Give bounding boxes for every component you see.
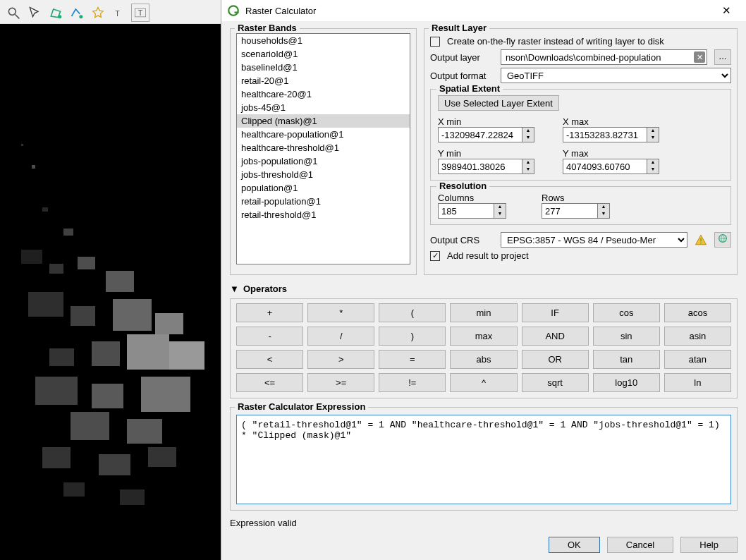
- output-format-select[interactable]: GeoTIFF: [501, 68, 731, 83]
- band-item[interactable]: jobs-threshold@1: [237, 168, 410, 181]
- operator-button[interactable]: tan: [593, 350, 660, 369]
- select-crs-button[interactable]: [714, 232, 731, 248]
- onfly-checkbox[interactable]: [430, 37, 440, 47]
- operator-button[interactable]: acos: [664, 303, 731, 322]
- operator-button[interactable]: sqrt: [522, 373, 589, 392]
- close-button[interactable]: ✕: [712, 4, 740, 17]
- spin-up-icon[interactable]: ▲: [647, 128, 659, 135]
- spin-down-icon[interactable]: ▼: [647, 166, 659, 174]
- spin-up-icon[interactable]: ▲: [598, 204, 609, 211]
- use-selected-extent-button[interactable]: Use Selected Layer Extent: [438, 95, 559, 111]
- svg-rect-9: [21, 144, 23, 146]
- ymax-input[interactable]: [563, 159, 647, 174]
- spatial-extent-legend: Spatial Extent: [436, 83, 503, 94]
- raster-bands-list[interactable]: households@1scenarioId@1baselineId@1reta…: [236, 33, 410, 264]
- operator-button[interactable]: *: [307, 303, 374, 322]
- xmin-input[interactable]: [438, 127, 522, 142]
- spin-down-icon[interactable]: ▼: [494, 211, 506, 218]
- band-item[interactable]: healthcare-population@1: [237, 128, 410, 141]
- operator-button[interactable]: asin: [664, 327, 731, 346]
- operator-button[interactable]: abs: [450, 350, 517, 369]
- spin-up-icon[interactable]: ▲: [522, 159, 534, 166]
- spin-down-icon[interactable]: ▼: [522, 135, 534, 142]
- add-to-project-checkbox[interactable]: [430, 251, 440, 261]
- operator-button[interactable]: ^: [450, 373, 517, 392]
- operator-button[interactable]: <=: [236, 373, 303, 392]
- band-item[interactable]: jobs-population@1: [237, 154, 410, 168]
- operator-button[interactable]: >=: [307, 373, 374, 392]
- operator-button[interactable]: <: [236, 350, 303, 369]
- svg-point-3: [58, 15, 61, 18]
- operator-button[interactable]: OR: [522, 350, 589, 369]
- band-item[interactable]: retail-threshold@1: [237, 208, 410, 221]
- rows-input[interactable]: [542, 203, 598, 219]
- operator-button[interactable]: atan: [664, 350, 731, 369]
- svg-rect-10: [32, 165, 35, 169]
- xmax-input[interactable]: [563, 127, 647, 142]
- operators-toggle[interactable]: ▼ Operators: [230, 284, 738, 294]
- operator-button[interactable]: -: [236, 327, 303, 346]
- band-item[interactable]: healthcare-20@1: [237, 87, 410, 101]
- text-annotation-icon[interactable]: T: [110, 4, 128, 22]
- spatial-extent-group: Spatial Extent Use Selected Layer Extent…: [430, 89, 731, 181]
- operator-button[interactable]: cos: [593, 303, 660, 322]
- band-item[interactable]: retail-population@1: [237, 195, 410, 208]
- columns-label: Columns: [438, 193, 480, 203]
- output-layer-input[interactable]: [503, 51, 694, 63]
- columns-input[interactable]: [438, 203, 494, 219]
- identify-icon[interactable]: [4, 4, 23, 22]
- help-button[interactable]: Help: [680, 537, 738, 553]
- select-arrow-icon[interactable]: [25, 4, 44, 22]
- new-line-icon[interactable]: [68, 4, 86, 22]
- spin-down-icon[interactable]: ▼: [647, 135, 659, 142]
- operator-button[interactable]: log10: [593, 373, 660, 392]
- band-item[interactable]: scenarioId@1: [237, 47, 410, 61]
- operator-button[interactable]: +: [236, 303, 303, 322]
- band-item[interactable]: retail-20@1: [237, 74, 410, 87]
- operator-button[interactable]: /: [307, 327, 374, 346]
- svg-rect-15: [78, 257, 95, 269]
- svg-rect-19: [113, 299, 152, 331]
- ymax-label: Y max: [563, 148, 605, 159]
- band-item[interactable]: population@1: [237, 181, 410, 195]
- output-crs-select[interactable]: EPSG:3857 - WGS 84 / Pseudo-Mer: [501, 232, 687, 248]
- ymin-input[interactable]: [438, 159, 522, 174]
- operator-button[interactable]: ): [379, 327, 446, 346]
- clear-output-icon[interactable]: ✕: [694, 51, 705, 63]
- operator-button[interactable]: max: [450, 327, 517, 346]
- operator-button[interactable]: (: [379, 303, 446, 322]
- spin-up-icon[interactable]: ▲: [522, 128, 534, 135]
- new-polygon-icon[interactable]: [47, 4, 65, 22]
- operator-button[interactable]: =: [379, 350, 446, 369]
- band-item[interactable]: jobs-45@1: [237, 101, 410, 114]
- output-layer-label: Output layer: [430, 52, 494, 63]
- browse-output-button[interactable]: ...: [714, 49, 731, 65]
- dialog-titlebar: Raster Calculator ✕: [221, 0, 746, 21]
- operator-button[interactable]: IF: [522, 303, 589, 322]
- onfly-label: Create on-the-fly raster instead of writ…: [447, 36, 664, 47]
- band-item[interactable]: baselineId@1: [237, 61, 410, 74]
- spin-down-icon[interactable]: ▼: [522, 166, 534, 174]
- result-layer-legend: Result Layer: [429, 23, 489, 33]
- ok-button[interactable]: OK: [549, 537, 600, 553]
- spin-up-icon[interactable]: ▲: [647, 159, 659, 166]
- band-item[interactable]: households@1: [237, 34, 410, 47]
- band-item[interactable]: healthcare-threshold@1: [237, 141, 410, 154]
- band-item[interactable]: Clipped (mask)@1: [237, 114, 410, 128]
- cancel-button[interactable]: Cancel: [607, 537, 673, 553]
- expression-status-label: Expression valid: [230, 518, 738, 528]
- operator-button[interactable]: AND: [522, 327, 589, 346]
- operator-button[interactable]: min: [450, 303, 517, 322]
- spin-up-icon[interactable]: ▲: [494, 204, 506, 211]
- favorite-icon[interactable]: [89, 4, 107, 22]
- warning-icon: [695, 233, 707, 246]
- operator-button[interactable]: !=: [379, 373, 446, 392]
- expression-textarea[interactable]: [236, 415, 731, 504]
- spin-down-icon[interactable]: ▼: [598, 211, 609, 218]
- operator-button[interactable]: ln: [664, 373, 731, 392]
- text-box-icon[interactable]: T: [131, 4, 149, 22]
- operator-button[interactable]: sin: [593, 327, 660, 346]
- operator-button[interactable]: >: [307, 350, 374, 369]
- expression-group: Raster Calculator Expression: [230, 407, 738, 511]
- result-layer-group: Result Layer Create on-the-fly raster in…: [424, 28, 738, 275]
